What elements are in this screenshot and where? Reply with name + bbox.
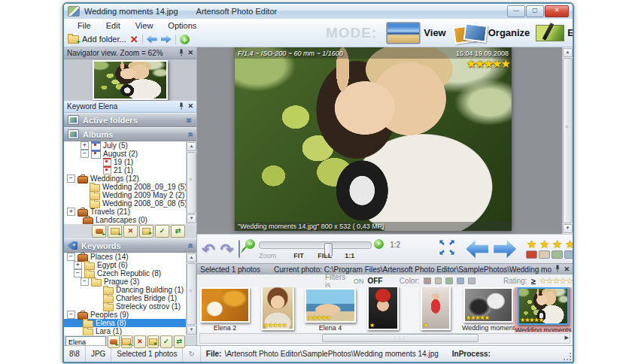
scroll-down-icon[interactable]: ▼ <box>187 214 196 223</box>
chevron-up-icon[interactable]: » <box>186 243 195 248</box>
thumbnail-image[interactable]: ★★★★★ <box>463 287 513 323</box>
rotate-right-icon[interactable]: ↷ <box>220 241 234 257</box>
tree-expander[interactable]: − <box>67 311 75 319</box>
scroll-thumb[interactable] <box>563 58 573 223</box>
scroll-up-icon[interactable]: ▲ <box>563 48 573 57</box>
albums-header[interactable]: Albums » <box>64 127 196 141</box>
chevron-up-icon[interactable]: » <box>186 132 195 137</box>
sidebar-tool-button[interactable] <box>92 225 106 238</box>
sidebar-tool-button[interactable] <box>121 335 133 348</box>
close-panel-icon[interactable]: ✕ <box>187 50 193 56</box>
color-filter-swatch[interactable] <box>457 278 464 284</box>
previous-photo-button[interactable] <box>466 240 488 258</box>
fill-button[interactable]: FILL <box>318 252 332 259</box>
tree-row[interactable]: Wedding 2008_09_19 (5) <box>64 183 196 191</box>
thumbnail-image[interactable]: ★★★★★ <box>518 287 569 325</box>
tree-expander[interactable]: − <box>67 174 75 183</box>
thumbnail-cell[interactable]: ★★★★★ Elena 4 <box>304 287 357 332</box>
close-panel-icon[interactable]: ✕ <box>187 103 193 110</box>
thumbnail-image[interactable]: ★★★★★ <box>305 288 356 323</box>
color-filter-swatch[interactable] <box>424 278 431 284</box>
thumbnail-cell[interactable]: ★ Elena 6 <box>409 287 462 332</box>
rating-star-icon[interactable] <box>527 239 536 250</box>
tree-row[interactable]: − August (2) <box>64 150 196 158</box>
minimize-button[interactable]: — <box>507 5 525 17</box>
tree-expander[interactable]: + <box>74 261 82 269</box>
tree-expander[interactable] <box>74 320 81 326</box>
color-label-swatch[interactable] <box>526 250 537 259</box>
tree-expander[interactable] <box>81 200 87 207</box>
menu-item[interactable]: View <box>128 20 161 31</box>
zoom-out-icon[interactable]: − <box>245 239 255 249</box>
tree-expander[interactable]: + <box>67 208 75 216</box>
thumbnail-image[interactable]: ★ <box>367 287 399 330</box>
tree-expander[interactable]: − <box>74 269 82 278</box>
menu-item[interactable]: Edit <box>99 20 128 31</box>
scroll-right-icon[interactable]: ▶ <box>565 335 569 341</box>
color-filter-swatch[interactable] <box>435 278 442 284</box>
fullscreen-icon[interactable] <box>439 239 455 259</box>
menu-item[interactable]: Options <box>160 20 204 31</box>
navigator-thumbnail[interactable] <box>93 60 168 100</box>
rating-filter-stars[interactable]: ☆☆☆☆☆ <box>539 276 573 286</box>
tree-row[interactable]: + Egypt (6) <box>64 261 196 269</box>
scroll-down-icon[interactable]: ▼ <box>563 224 573 233</box>
tree-expander[interactable]: − <box>81 278 89 286</box>
thumbnail-cell[interactable]: Elena 2 <box>199 287 251 332</box>
scroll-thumb[interactable] <box>187 263 196 325</box>
tree-expander[interactable]: + <box>81 141 89 150</box>
tree-row[interactable]: − Places (14) <box>64 253 196 261</box>
thumbnail-cell[interactable]: ★★★★★ Wedding moments <box>462 287 515 332</box>
tree-row[interactable]: − Peoples (9) <box>64 311 196 319</box>
scroll-down-icon[interactable]: ▼ <box>187 326 196 335</box>
albums-scrollbar[interactable]: ▲ ▼ <box>186 141 196 224</box>
tree-expander[interactable]: − <box>67 253 75 261</box>
sidebar-tool-button[interactable] <box>147 335 160 348</box>
tree-expander[interactable] <box>81 184 87 190</box>
tree-row[interactable]: + Travels (21) <box>64 208 196 216</box>
tree-row[interactable]: 19 (1) <box>64 158 196 166</box>
color-label-swatch[interactable] <box>539 250 550 259</box>
rating-star-icon[interactable] <box>552 239 562 250</box>
forward-arrow-icon[interactable] <box>161 35 172 44</box>
add-folder-button[interactable]: Add folder... <box>68 35 126 44</box>
scroll-thumb[interactable] <box>322 334 479 342</box>
sidebar-tool-button[interactable] <box>123 225 138 238</box>
back-arrow-icon[interactable] <box>147 35 157 44</box>
tree-row[interactable]: − Czech Republic (8) <box>64 269 196 278</box>
maximize-button[interactable]: ▢ <box>526 5 544 17</box>
keywords-scrollbar[interactable]: ▲ ▼ <box>186 253 196 335</box>
filters-off-button[interactable]: OFF <box>367 277 382 285</box>
tree-row[interactable]: Lara (1) <box>64 327 196 335</box>
rotate-left-icon[interactable]: ↶ <box>202 241 215 257</box>
pin-icon[interactable] <box>178 49 184 58</box>
scroll-up-icon[interactable]: ▲ <box>187 142 196 151</box>
tree-expander[interactable] <box>74 217 81 223</box>
sidebar-tool-button[interactable] <box>160 335 172 348</box>
tree-expander[interactable] <box>94 159 101 165</box>
scroll-up-icon[interactable]: ▲ <box>187 253 196 262</box>
chevron-down-icon[interactable]: » <box>186 117 195 123</box>
tree-expander[interactable] <box>94 287 101 293</box>
zoom-in-icon[interactable]: + <box>374 239 384 249</box>
thumbnail-cell[interactable]: ★ Elena 5 <box>357 287 409 332</box>
sidebar-tool-button[interactable] <box>108 335 120 348</box>
tree-row[interactable]: − Prague (3) <box>64 278 196 286</box>
next-photo-button[interactable] <box>494 240 516 258</box>
rating-star-icon[interactable] <box>565 239 574 250</box>
color-label-swatch[interactable] <box>564 250 574 259</box>
sidebar-tool-button[interactable] <box>134 335 146 348</box>
tree-row[interactable]: Landscapes (0) <box>64 216 196 224</box>
tree-row[interactable]: Elena (8) <box>64 319 196 327</box>
sidebar-tool-button[interactable] <box>174 335 186 348</box>
active-folders-header[interactable]: Active folders » <box>64 113 196 127</box>
keywords-header[interactable]: Keywords » <box>64 238 196 253</box>
thumbnail-image[interactable] <box>200 287 250 323</box>
thumbnail-cell[interactable]: ★★★★★ Elena 3 <box>251 287 304 332</box>
tree-expander[interactable] <box>94 295 101 302</box>
tree-row[interactable]: Wedding 2008_08_08 (5) <box>64 199 196 208</box>
tree-row[interactable]: Strelecky ostrov (1) <box>64 302 196 311</box>
sidebar-tool-button[interactable] <box>171 225 185 238</box>
zoom-slider-track[interactable] <box>259 241 372 249</box>
scroll-thumb[interactable] <box>187 152 196 214</box>
